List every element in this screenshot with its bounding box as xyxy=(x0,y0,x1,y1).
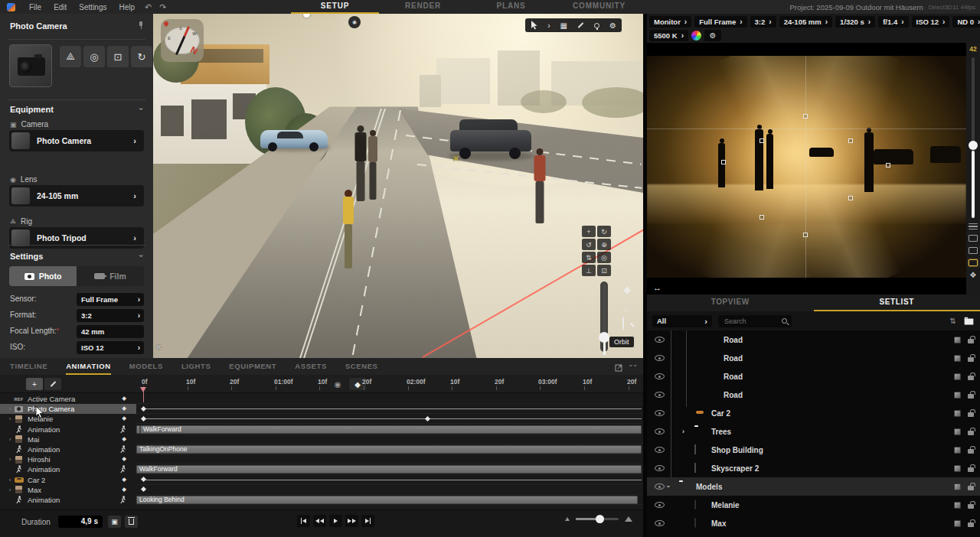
expand-arrow-icon[interactable]: › xyxy=(682,428,684,435)
equip-row-camera[interactable]: Photo Camera› xyxy=(9,130,144,151)
filter-dropdown[interactable]: All› xyxy=(652,315,712,327)
chevron-down-icon[interactable]: › xyxy=(137,108,145,110)
grid-icon[interactable]: ▦ xyxy=(560,21,567,30)
mesh-cube-icon[interactable] xyxy=(954,447,961,454)
visibility-eye-icon[interactable] xyxy=(655,483,665,490)
keyframe-diamond[interactable] xyxy=(425,416,430,421)
keyframe-diamond[interactable] xyxy=(141,487,146,492)
sort-icon[interactable]: ⇅ xyxy=(950,317,956,325)
rotate-camera-icon[interactable]: ↻ xyxy=(131,46,152,67)
track-hiroshi[interactable]: ›Hiroshi◆ xyxy=(0,454,643,464)
unlock-icon[interactable] xyxy=(968,376,974,380)
equipment-header[interactable]: Equipment xyxy=(10,105,54,114)
track-lane[interactable]: PWalkForward xyxy=(136,425,643,434)
tab-equipment[interactable]: EQUIPMENT xyxy=(229,358,276,375)
list-item-road[interactable]: Road xyxy=(647,386,980,404)
camera-setting-monitor[interactable]: Monitor› xyxy=(649,16,691,28)
undo-icon[interactable]: ↶ xyxy=(141,2,155,12)
tab-timeline[interactable]: TIMELINE xyxy=(10,358,47,375)
add-keyframe-button[interactable]: + xyxy=(26,378,43,390)
frame-tool-icon[interactable]: ⊡ xyxy=(597,265,611,276)
animation-clip[interactable]: WalkForward xyxy=(140,425,642,434)
camera-setting-f-1.4[interactable]: f/1.4› xyxy=(878,16,908,28)
list-item-shop-building[interactable]: Shop Building xyxy=(647,441,980,459)
expand-arrow-icon[interactable]: › xyxy=(665,486,672,488)
zoom-in-icon[interactable] xyxy=(625,516,632,522)
mode-film-button[interactable]: Film xyxy=(77,266,144,286)
light-icon[interactable] xyxy=(594,23,599,28)
menu-item-edit[interactable]: Edit xyxy=(47,3,73,11)
mesh-cube-icon[interactable] xyxy=(954,465,961,472)
nav-tab-plans[interactable]: PLANS xyxy=(467,0,555,14)
setting-value[interactable]: 42 mm xyxy=(77,325,144,338)
visibility-eye-icon[interactable] xyxy=(655,447,665,453)
rotate-cam-icon[interactable]: ↻ xyxy=(597,226,611,237)
track-animation[interactable]: AnimationPWalkForward xyxy=(0,425,643,434)
monitor-icon[interactable] xyxy=(969,247,978,254)
mesh-cube-icon[interactable] xyxy=(954,483,961,490)
expand-arrow-icon[interactable]: › xyxy=(6,477,14,483)
unlock-icon[interactable] xyxy=(968,467,974,472)
character-boy-red[interactable] xyxy=(533,148,546,225)
camera-preview-monitor[interactable]: ↔ xyxy=(647,43,966,295)
visibility-eye-icon[interactable] xyxy=(655,373,665,379)
pin-icon[interactable] xyxy=(138,21,144,29)
unlock-icon[interactable] xyxy=(968,357,974,362)
tab-models[interactable]: MODELS xyxy=(129,358,163,375)
camera-setting-24-105-mm[interactable]: 24-105 mm› xyxy=(779,16,832,28)
visibility-eye-icon[interactable] xyxy=(655,337,665,343)
unlock-icon[interactable] xyxy=(968,412,974,417)
track-melanie[interactable]: ›Melanie◆ xyxy=(0,414,643,424)
color-wheel-icon[interactable] xyxy=(691,31,701,41)
mesh-cube-icon[interactable] xyxy=(954,520,961,527)
menu-item-settings[interactable]: Settings xyxy=(73,3,113,11)
target-tool-icon[interactable]: ◎ xyxy=(597,252,611,263)
delete-icon[interactable] xyxy=(125,516,138,528)
unlock-icon[interactable] xyxy=(968,486,974,490)
play-button[interactable] xyxy=(329,515,342,527)
search-input[interactable] xyxy=(723,317,776,326)
back-arrow-icon[interactable]: ↔ xyxy=(653,283,662,292)
mesh-cube-icon[interactable] xyxy=(954,410,961,417)
setting-value[interactable]: Full Frame› xyxy=(77,293,144,306)
unlock-icon[interactable] xyxy=(968,522,974,527)
gear-icon[interactable]: ⚙ xyxy=(704,30,721,41)
zoom-out-icon[interactable] xyxy=(565,517,570,521)
unlock-icon[interactable] xyxy=(968,449,974,454)
camera-setting-kelvin[interactable]: 5500 K› xyxy=(649,30,688,41)
dolly-tool-icon[interactable]: ∴ xyxy=(625,306,630,314)
track-car-2[interactable]: ›Car 2◆ xyxy=(0,475,643,485)
rotate-tool-icon[interactable]: ↺ xyxy=(582,239,596,250)
track-active-camera[interactable]: REFActive Camera◆ xyxy=(0,394,643,404)
track-lane[interactable] xyxy=(136,414,643,424)
duration-input[interactable]: 4,9 s xyxy=(58,516,103,528)
track-lane[interactable]: TalkingOnPhone xyxy=(136,444,643,454)
app-logo-icon[interactable] xyxy=(7,3,15,11)
viewport-settings-icon[interactable]: ⚙ xyxy=(609,21,616,30)
redo-icon[interactable]: ↷ xyxy=(155,2,170,12)
suv-car[interactable] xyxy=(450,119,531,158)
unlock-icon[interactable] xyxy=(968,339,974,343)
tab-topview[interactable]: TOPVIEW xyxy=(647,295,814,311)
visibility-eye-icon[interactable] xyxy=(655,355,665,361)
camera-setting-iso-12[interactable]: ISO 12› xyxy=(912,16,950,28)
tripod-icon[interactable]: ⟁ xyxy=(60,46,81,67)
equip-row-lens[interactable]: 24-105 mm› xyxy=(9,185,144,207)
pan-icon[interactable]: ✥ xyxy=(970,271,976,279)
keyframe-diamond-icon[interactable]: ◆ xyxy=(122,405,126,412)
go-end-button[interactable] xyxy=(361,515,374,527)
list-item-road[interactable]: Road xyxy=(647,367,980,386)
focus-target-icon[interactable]: ◎ xyxy=(83,46,105,67)
camera-setting-3:2[interactable]: 3:2› xyxy=(750,16,776,28)
expand-arrow-icon[interactable]: › xyxy=(6,436,14,443)
keyframe-diamond-icon[interactable]: ◆ xyxy=(122,415,126,421)
search-box[interactable] xyxy=(718,315,792,327)
double-chevron-icon[interactable]: ⌄⌄ xyxy=(629,361,637,375)
zoom-slider-knob[interactable] xyxy=(969,141,978,150)
mesh-cube-icon[interactable] xyxy=(954,392,961,399)
unlock-icon[interactable] xyxy=(968,431,974,435)
list-item-road[interactable]: Road xyxy=(647,330,980,349)
visibility-eye-icon[interactable] xyxy=(655,502,665,508)
runner-icon[interactable] xyxy=(119,425,126,435)
tab-scenes[interactable]: SCENES xyxy=(345,358,378,375)
